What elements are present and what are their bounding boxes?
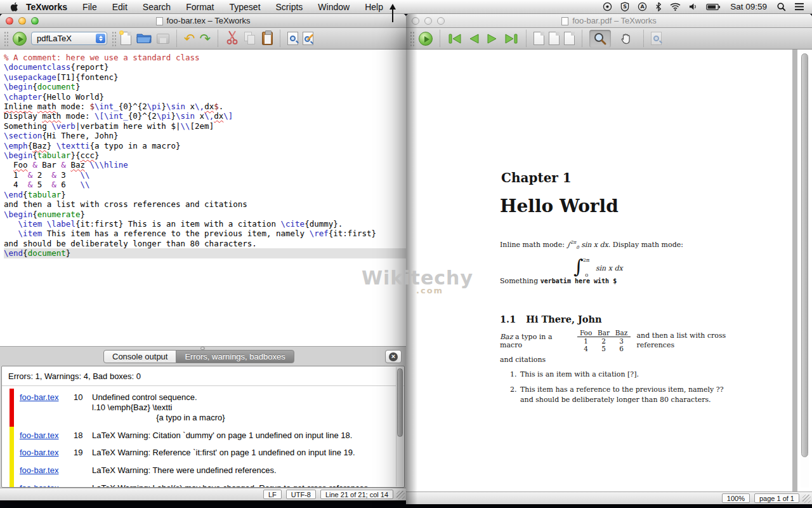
menu-item-edit[interactable]: Edit: [105, 2, 135, 12]
notification-center-icon[interactable]: [794, 3, 804, 11]
code-line[interactable]: % A comment: here we use a standard clas…: [4, 53, 406, 62]
find-icon[interactable]: [651, 32, 662, 45]
code-line[interactable]: Foo & Bar & Baz \\\hline: [4, 160, 406, 170]
console-entry[interactable]: foo-bar.texLaTeX Warning: There were und…: [8, 462, 394, 479]
menu-item-typeset[interactable]: Typeset: [222, 2, 268, 12]
scrollbar-thumb[interactable]: [397, 368, 403, 437]
source-editor[interactable]: % A comment: here we use a standard clas…: [0, 50, 406, 346]
code-line[interactable]: 4 & 5 & 6 \\: [4, 180, 406, 189]
bluetooth-icon[interactable]: [655, 2, 662, 11]
code-line[interactable]: Something \verb|verbatim here with $|\\[…: [4, 121, 406, 131]
new-document-icon[interactable]: [121, 32, 131, 45]
error-file-link[interactable]: foo-bar.tex: [20, 427, 68, 444]
cut-icon[interactable]: [225, 30, 239, 48]
zoom-level-badge[interactable]: 100%: [722, 493, 750, 503]
close-window-button[interactable]: [6, 17, 13, 25]
code-line[interactable]: and should be deliberately longer than 8…: [4, 239, 406, 248]
redo-icon[interactable]: ↷: [200, 32, 211, 45]
copy-icon[interactable]: [244, 32, 258, 46]
code-line[interactable]: \end{document}: [4, 248, 406, 258]
pdf-titlebar[interactable]: foo-bar.pdf – TeXworks: [406, 14, 812, 28]
code-line[interactable]: \item This item has a reference to the p…: [4, 229, 406, 238]
engine-select[interactable]: pdfLaTeX: [31, 32, 107, 45]
volume-icon[interactable]: [689, 3, 698, 11]
undo-icon[interactable]: ↶: [184, 32, 195, 45]
magnify-tool-icon[interactable]: [589, 30, 611, 48]
code-line[interactable]: \chapter{Hello World}: [4, 92, 406, 102]
wifi-icon[interactable]: [670, 3, 681, 11]
typeset-run-button[interactable]: [13, 32, 27, 46]
menu-item-file[interactable]: File: [75, 2, 105, 12]
code-line[interactable]: \section{Hi There, John}: [4, 131, 406, 140]
zoom-window-button[interactable]: [31, 17, 39, 25]
zoom-window-button[interactable]: [437, 17, 445, 25]
last-page-icon[interactable]: [504, 33, 519, 44]
next-page-icon[interactable]: [485, 33, 499, 44]
minimize-window-button[interactable]: [18, 17, 26, 25]
line-ending-badge[interactable]: LF: [263, 490, 282, 499]
console-entry[interactable]: foo-bar.texLaTeX Warning: Label(s) may h…: [8, 479, 394, 488]
window-controls: [412, 17, 445, 25]
app-menu-texworks[interactable]: TeXworks: [22, 2, 75, 12]
error-file-link[interactable]: foo-bar.tex: [20, 462, 68, 479]
console-tab-output[interactable]: Console output: [103, 350, 176, 363]
first-page-icon[interactable]: [447, 33, 462, 44]
resize-grip[interactable]: [802, 495, 811, 503]
scroll-hand-tool-icon[interactable]: [615, 30, 636, 48]
code-line[interactable]: and then a list with cross references an…: [4, 199, 406, 209]
encoding-badge[interactable]: UTF-8: [286, 490, 316, 499]
code-line[interactable]: \begin{enumerate}: [4, 210, 406, 219]
close-window-button[interactable]: [412, 17, 419, 25]
apple-menu-icon[interactable]: [10, 2, 18, 11]
error-file-link[interactable]: foo-bar.tex: [20, 479, 68, 488]
engine-stepper[interactable]: [96, 34, 105, 43]
minimize-window-button[interactable]: [424, 17, 432, 25]
pdf-table-cell: 5: [595, 345, 613, 352]
console-entry[interactable]: foo-bar.tex10Undefined control sequence.…: [8, 389, 394, 427]
display-icon[interactable]: [603, 2, 612, 11]
error-file-link[interactable]: foo-bar.tex: [20, 389, 68, 427]
code-line[interactable]: Inline math mode: $\int_{0}^{2\pi}\sin x…: [4, 102, 406, 111]
code-line[interactable]: \begin{tabular}{ccc}: [4, 150, 406, 160]
fit-window-icon[interactable]: [564, 32, 575, 45]
update-icon[interactable]: A: [638, 2, 647, 11]
code-line[interactable]: \end{tabular}: [4, 190, 406, 199]
shield-icon[interactable]: S: [620, 2, 629, 11]
menu-item-scripts[interactable]: Scripts: [268, 2, 311, 12]
code-line[interactable]: Display math mode: \[\int_{0}^{2\pi}\sin…: [4, 111, 406, 121]
console-close-button[interactable]: ×: [385, 350, 402, 363]
menu-bar-clock[interactable]: Sat 09:59: [729, 2, 768, 11]
battery-icon[interactable]: [706, 3, 721, 11]
code-line[interactable]: \usepackage[T1]{fontenc}: [4, 72, 406, 82]
error-file-link[interactable]: foo-bar.tex: [20, 444, 68, 462]
pdf-scrollbar[interactable]: [801, 51, 809, 488]
console-tab-errors[interactable]: Errors, warnings, badboxes: [176, 350, 294, 363]
scrollbar-thumb[interactable]: [801, 53, 808, 457]
console-scrollbar[interactable]: [396, 367, 403, 486]
actual-size-icon[interactable]: [534, 32, 544, 45]
menu-item-window[interactable]: Window: [310, 2, 357, 12]
console-entry[interactable]: foo-bar.tex19LaTeX Warning: Reference `i…: [8, 444, 394, 462]
save-icon[interactable]: [157, 34, 169, 44]
code-line[interactable]: \begin{document}: [4, 82, 406, 91]
open-icon[interactable]: [136, 31, 152, 46]
code-line[interactable]: 1 & 2 & 3 \\: [4, 170, 406, 180]
resize-grip[interactable]: [396, 491, 405, 499]
find-replace-icon[interactable]: [303, 32, 313, 45]
code-line[interactable]: \item \label{it:first} This is an item w…: [4, 219, 406, 229]
console-entry[interactable]: foo-bar.tex18LaTeX Warning: Citation `du…: [8, 427, 394, 444]
toolbar-separator: [280, 30, 280, 47]
typeset-run-button[interactable]: [419, 32, 433, 46]
code-line[interactable]: \documentclass{report}: [4, 62, 406, 72]
spotlight-icon[interactable]: [776, 2, 786, 11]
pdf-page[interactable]: Chapter 1 Hello World Inline math mode: …: [406, 50, 812, 491]
fit-width-icon[interactable]: [549, 32, 560, 45]
menu-item-help[interactable]: Help: [357, 2, 391, 12]
code-line[interactable]: \emph{Baz} \textti{a typo in a macro}: [4, 141, 406, 150]
menu-item-search[interactable]: Search: [135, 2, 178, 12]
editor-titlebar[interactable]: foo-bar.tex – TeXworks: [0, 14, 406, 28]
find-icon[interactable]: [287, 32, 298, 45]
menu-item-format[interactable]: Format: [178, 2, 221, 12]
previous-page-icon[interactable]: [467, 33, 481, 44]
paste-icon[interactable]: [262, 32, 273, 45]
